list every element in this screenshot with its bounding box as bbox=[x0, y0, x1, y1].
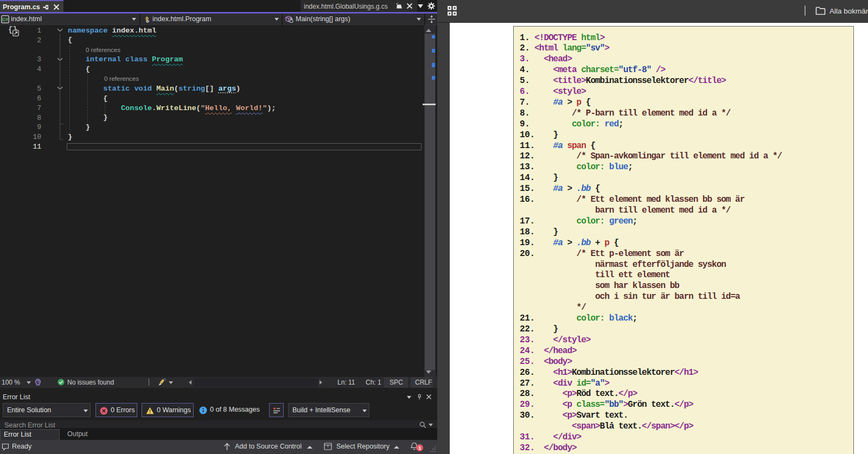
svg-text:C#: C# bbox=[2, 17, 8, 22]
